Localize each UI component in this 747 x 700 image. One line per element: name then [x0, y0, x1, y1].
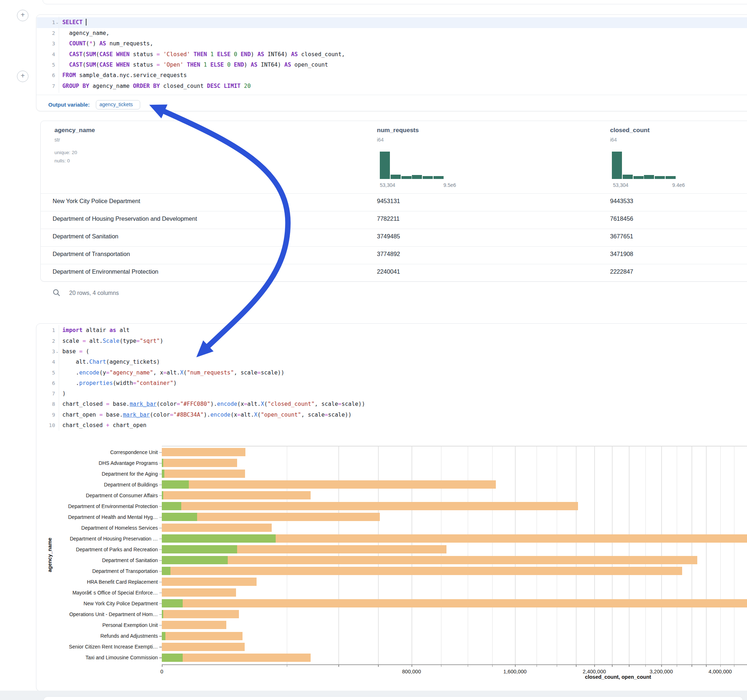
- gridline: [492, 446, 493, 664]
- histogram-bar: [423, 176, 433, 179]
- gridline: [612, 446, 612, 664]
- bar-open-count[interactable]: [162, 610, 163, 618]
- text-cursor: [86, 19, 86, 26]
- code-line[interactable]: chart_open = base.mark_bar(color="#8BC34…: [62, 410, 352, 420]
- bar-open-count[interactable]: [162, 513, 197, 521]
- bar-closed-count[interactable]: [162, 523, 272, 532]
- bar-open-count[interactable]: [162, 502, 181, 510]
- code-line[interactable]: CAST(SUM(CASE WHEN status = 'Closed' THE…: [62, 49, 345, 60]
- table-cell-agency-name: Department of Housing Preservation and D…: [53, 215, 197, 222]
- code-line[interactable]: import altair as alt: [62, 325, 130, 336]
- table-cell-num-requests: 9453131: [377, 198, 400, 205]
- code-line[interactable]: CAST(SUM(CASE WHEN status = 'Open' THEN …: [62, 60, 328, 70]
- column-header[interactable]: num_requests: [377, 127, 419, 134]
- table-cell-num-requests: 3749485: [377, 233, 400, 240]
- gridline: [537, 446, 537, 664]
- add-cell-button[interactable]: +: [17, 71, 29, 82]
- code-line[interactable]: GROUP BY agency_name ORDER BY closed_cou…: [62, 81, 251, 92]
- table-row-count: 20 rows, 4 columns: [69, 290, 119, 296]
- gridline: [287, 446, 287, 664]
- code-line[interactable]: agency_name,: [62, 28, 110, 39]
- y-axis-label: Taxi and Limousine Commission: [46, 654, 158, 661]
- table-cell-closed-count: 9443533: [610, 198, 633, 205]
- bar-closed-count[interactable]: [162, 556, 697, 564]
- x-axis-tick: [677, 664, 677, 667]
- code-line[interactable]: .properties(width="container"): [62, 378, 177, 389]
- bar-closed-count[interactable]: [162, 448, 245, 456]
- x-axis-tick: [162, 664, 163, 667]
- table-cell-num-requests: 3774892: [377, 250, 400, 258]
- bar-open-count[interactable]: [162, 556, 228, 564]
- bar-closed-count[interactable]: [162, 588, 236, 597]
- bar-open-count[interactable]: [162, 480, 189, 489]
- histogram-bar: [380, 152, 390, 179]
- line-number: 4: [36, 49, 55, 60]
- histogram-bar: [412, 175, 422, 179]
- bar-open-count[interactable]: [162, 653, 183, 662]
- gridline: [734, 446, 735, 664]
- code-line[interactable]: ): [62, 389, 66, 399]
- line-number: 6: [36, 70, 55, 81]
- y-axis-tick: [159, 485, 162, 486]
- bar-closed-count[interactable]: [162, 459, 237, 467]
- add-cell-button[interactable]: +: [17, 10, 29, 21]
- code-line[interactable]: alt.Chart(agency_tickets): [62, 357, 160, 367]
- histogram-bar: [644, 175, 654, 179]
- x-axis-tick-label: 4,000,000: [699, 669, 742, 674]
- code-line[interactable]: FROM sample_data.nyc.service_requests: [62, 70, 187, 81]
- bar-closed-count[interactable]: [162, 610, 239, 618]
- y-axis-title: agency_name: [47, 538, 53, 572]
- code-line[interactable]: base = (: [62, 346, 89, 357]
- y-axis-tick: [159, 614, 162, 615]
- bar-open-count[interactable]: [162, 632, 165, 640]
- column-header[interactable]: agency_name: [54, 127, 95, 134]
- bar-closed-count[interactable]: [162, 502, 578, 510]
- y-axis-tick: [159, 603, 162, 604]
- gridline: [677, 446, 677, 664]
- x-axis-tick: [691, 664, 692, 667]
- column-header[interactable]: closed_count: [610, 127, 650, 134]
- bar-closed-count[interactable]: [162, 653, 311, 662]
- code-line[interactable]: SELECT: [62, 17, 86, 28]
- bar-closed-count[interactable]: [162, 567, 682, 575]
- y-axis-tick: [159, 528, 162, 529]
- table-cell-num-requests: 2240041: [377, 268, 400, 275]
- y-axis-label: Personal Exemption Unit: [46, 622, 158, 628]
- bar-closed-count[interactable]: [162, 632, 242, 640]
- output-variable-pill[interactable]: agency_tickets: [96, 100, 140, 109]
- table-cell-agency-name: Department of Transportation: [53, 250, 130, 258]
- search-icon[interactable]: [53, 289, 60, 297]
- bar-open-count[interactable]: [162, 459, 163, 467]
- bar-closed-count[interactable]: [162, 491, 311, 499]
- x-axis-tick: [646, 664, 646, 667]
- code-line[interactable]: COUNT(*) AS num_requests,: [62, 39, 153, 49]
- code-line[interactable]: .encode(y="agency_name", x=alt.X("num_re…: [62, 368, 284, 378]
- bar-open-count[interactable]: [162, 567, 171, 575]
- code-line[interactable]: chart_closed + chart_open: [62, 420, 146, 431]
- bar-open-count[interactable]: [162, 491, 163, 499]
- fold-chevron-icon[interactable]: ⌄: [56, 346, 59, 357]
- histogram-bar: [655, 176, 665, 179]
- cell-section-divider: [36, 95, 747, 95]
- bar-closed-count[interactable]: [162, 469, 245, 478]
- code-line[interactable]: chart_closed = base.mark_bar(color="#FFC…: [62, 399, 365, 409]
- bar-closed-count[interactable]: [162, 643, 245, 651]
- y-axis-label: Department of Buildings: [46, 481, 158, 488]
- bar-closed-count[interactable]: [162, 480, 496, 489]
- x-axis-title: closed_count, open_count: [571, 674, 665, 680]
- fold-chevron-icon[interactable]: ⌄: [56, 17, 59, 28]
- bar-closed-count[interactable]: [162, 578, 257, 586]
- sql-cell[interactable]: 1⌄SELECT 2 agency_name,3 COUNT(*) AS num…: [36, 14, 747, 111]
- bar-open-count[interactable]: [162, 469, 164, 478]
- bar-closed-count[interactable]: [162, 621, 226, 629]
- row-divider: [41, 246, 747, 247]
- notebook-page: + + 1⌄SELECT 2 agency_name,3 COUNT(*) AS…: [0, 0, 747, 700]
- bar-open-count[interactable]: [162, 599, 183, 608]
- gridline: [594, 446, 595, 664]
- bar-closed-count[interactable]: [162, 599, 747, 608]
- bar-open-count[interactable]: [162, 534, 276, 543]
- code-line[interactable]: scale = alt.Scale(type="sqrt"): [62, 336, 163, 346]
- y-axis-label: Department for the Aging: [46, 471, 158, 477]
- table-cell-agency-name: Department of Environmental Protection: [53, 268, 158, 275]
- bar-open-count[interactable]: [162, 545, 237, 554]
